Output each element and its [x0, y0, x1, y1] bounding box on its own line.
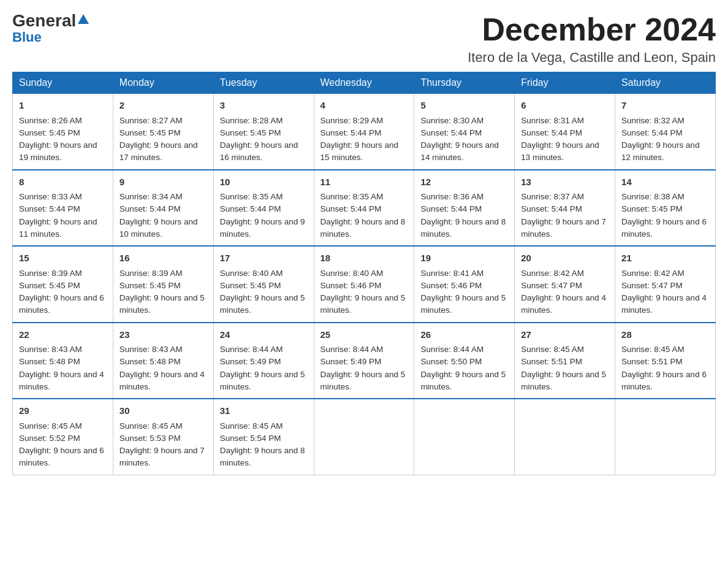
sunset-text: Sunset: 5:48 PM [19, 357, 80, 366]
sunrise-text: Sunrise: 8:43 AM [119, 345, 183, 354]
sunset-text: Sunset: 5:47 PM [521, 281, 582, 290]
day-cell-22: 22 Sunrise: 8:43 AM Sunset: 5:48 PM Dayl… [13, 323, 113, 399]
day-cell-9: 9 Sunrise: 8:34 AM Sunset: 5:44 PM Dayli… [113, 170, 213, 247]
logo-blue: Blue [12, 29, 42, 45]
day-number: 5 [420, 99, 508, 113]
sunset-text: Sunset: 5:44 PM [320, 204, 382, 213]
col-saturday: Saturday [615, 72, 716, 94]
daylight-text: Daylight: 9 hours and 6 minutes. [19, 293, 104, 315]
daylight-text: Daylight: 9 hours and 4 minutes. [521, 293, 606, 315]
day-number: 10 [220, 175, 308, 190]
day-number: 1 [19, 99, 107, 113]
empty-cell-w4-d3 [314, 399, 414, 475]
page-header: General Blue December 2024 Itero de la V… [12, 12, 716, 66]
day-number: 16 [119, 251, 207, 266]
sunrise-text: Sunrise: 8:27 AM [119, 116, 183, 125]
sunrise-text: Sunrise: 8:37 AM [521, 192, 584, 201]
day-number: 24 [220, 328, 308, 342]
sunset-text: Sunset: 5:44 PM [621, 128, 683, 137]
sunset-text: Sunset: 5:48 PM [119, 357, 181, 366]
sunrise-text: Sunrise: 8:41 AM [420, 269, 483, 278]
day-number: 27 [521, 328, 609, 342]
logo: General Blue [12, 12, 89, 45]
daylight-text: Daylight: 9 hours and 6 minutes. [19, 446, 104, 467]
day-cell-5: 5 Sunrise: 8:30 AM Sunset: 5:44 PM Dayli… [414, 94, 515, 170]
daylight-text: Daylight: 9 hours and 6 minutes. [621, 217, 707, 239]
daylight-text: Daylight: 9 hours and 6 minutes. [621, 370, 707, 391]
calendar-header-row: Sunday Monday Tuesday Wednesday Thursday… [13, 72, 716, 94]
day-cell-20: 20 Sunrise: 8:42 AM Sunset: 5:47 PM Dayl… [515, 246, 615, 323]
sunset-text: Sunset: 5:50 PM [420, 357, 482, 366]
day-cell-3: 3 Sunrise: 8:28 AM Sunset: 5:45 PM Dayli… [213, 94, 314, 170]
sunrise-text: Sunrise: 8:44 AM [320, 345, 384, 354]
sunset-text: Sunset: 5:44 PM [420, 128, 482, 137]
week-row-3: 15 Sunrise: 8:39 AM Sunset: 5:45 PM Dayl… [13, 246, 716, 323]
daylight-text: Daylight: 9 hours and 19 minutes. [19, 140, 97, 162]
sunset-text: Sunset: 5:44 PM [521, 204, 582, 213]
sunset-text: Sunset: 5:45 PM [19, 128, 80, 137]
day-number: 23 [119, 328, 207, 342]
day-number: 29 [19, 404, 107, 418]
day-number: 9 [119, 175, 207, 190]
sunset-text: Sunset: 5:44 PM [19, 204, 80, 213]
day-cell-8: 8 Sunrise: 8:33 AM Sunset: 5:44 PM Dayli… [13, 170, 113, 247]
day-cell-29: 29 Sunrise: 8:45 AM Sunset: 5:52 PM Dayl… [13, 399, 113, 475]
daylight-text: Daylight: 9 hours and 9 minutes. [220, 217, 305, 239]
day-cell-21: 21 Sunrise: 8:42 AM Sunset: 5:47 PM Dayl… [615, 246, 716, 323]
sunset-text: Sunset: 5:49 PM [320, 357, 382, 366]
week-row-1: 1 Sunrise: 8:26 AM Sunset: 5:45 PM Dayli… [13, 94, 716, 170]
daylight-text: Daylight: 9 hours and 11 minutes. [19, 217, 97, 239]
day-cell-18: 18 Sunrise: 8:40 AM Sunset: 5:46 PM Dayl… [314, 246, 414, 323]
day-cell-19: 19 Sunrise: 8:41 AM Sunset: 5:46 PM Dayl… [414, 246, 515, 323]
sunrise-text: Sunrise: 8:45 AM [119, 421, 183, 431]
sunset-text: Sunset: 5:45 PM [220, 128, 281, 137]
day-cell-13: 13 Sunrise: 8:37 AM Sunset: 5:44 PM Dayl… [515, 170, 615, 247]
daylight-text: Daylight: 9 hours and 4 minutes. [621, 293, 707, 315]
sunrise-text: Sunrise: 8:43 AM [19, 345, 82, 354]
week-row-5: 29 Sunrise: 8:45 AM Sunset: 5:52 PM Dayl… [13, 399, 716, 475]
sunset-text: Sunset: 5:44 PM [119, 204, 181, 213]
sunset-text: Sunset: 5:44 PM [320, 128, 382, 137]
day-cell-23: 23 Sunrise: 8:43 AM Sunset: 5:48 PM Dayl… [113, 323, 213, 399]
day-cell-12: 12 Sunrise: 8:36 AM Sunset: 5:44 PM Dayl… [414, 170, 515, 247]
sunrise-text: Sunrise: 8:34 AM [119, 192, 183, 201]
calendar-table: Sunday Monday Tuesday Wednesday Thursday… [12, 72, 716, 475]
sunrise-text: Sunrise: 8:28 AM [220, 116, 283, 125]
sunset-text: Sunset: 5:53 PM [119, 434, 181, 443]
sunset-text: Sunset: 5:49 PM [220, 357, 281, 366]
day-number: 20 [521, 251, 609, 266]
day-number: 18 [320, 251, 408, 266]
daylight-text: Daylight: 9 hours and 5 minutes. [119, 293, 205, 315]
sunset-text: Sunset: 5:45 PM [19, 281, 80, 290]
col-thursday: Thursday [414, 72, 515, 94]
sunrise-text: Sunrise: 8:45 AM [19, 421, 82, 431]
day-cell-4: 4 Sunrise: 8:29 AM Sunset: 5:44 PM Dayli… [314, 94, 414, 170]
day-cell-24: 24 Sunrise: 8:44 AM Sunset: 5:49 PM Dayl… [213, 323, 314, 399]
day-number: 22 [19, 328, 107, 342]
sunrise-text: Sunrise: 8:39 AM [19, 269, 82, 278]
daylight-text: Daylight: 9 hours and 10 minutes. [119, 217, 198, 239]
daylight-text: Daylight: 9 hours and 17 minutes. [119, 140, 198, 162]
daylight-text: Daylight: 9 hours and 5 minutes. [320, 370, 406, 391]
col-monday: Monday [113, 72, 213, 94]
day-cell-26: 26 Sunrise: 8:44 AM Sunset: 5:50 PM Dayl… [414, 323, 515, 399]
col-sunday: Sunday [13, 72, 113, 94]
daylight-text: Daylight: 9 hours and 5 minutes. [521, 370, 606, 391]
empty-cell-w4-d6 [615, 399, 716, 475]
sunrise-text: Sunrise: 8:29 AM [320, 116, 384, 125]
sunrise-text: Sunrise: 8:45 AM [220, 421, 283, 431]
logo-triangle-icon [78, 14, 89, 24]
daylight-text: Daylight: 9 hours and 15 minutes. [320, 140, 399, 162]
sunrise-text: Sunrise: 8:44 AM [220, 345, 283, 354]
day-number: 12 [420, 175, 508, 190]
day-number: 6 [521, 99, 609, 113]
day-cell-17: 17 Sunrise: 8:40 AM Sunset: 5:45 PM Dayl… [213, 246, 314, 323]
sunrise-text: Sunrise: 8:38 AM [621, 192, 684, 201]
day-cell-16: 16 Sunrise: 8:39 AM Sunset: 5:45 PM Dayl… [113, 246, 213, 323]
location-title: Itero de la Vega, Castille and Leon, Spa… [468, 50, 716, 66]
sunrise-text: Sunrise: 8:40 AM [320, 269, 384, 278]
sunrise-text: Sunrise: 8:26 AM [19, 116, 82, 125]
logo-general: General [12, 12, 89, 29]
day-cell-11: 11 Sunrise: 8:35 AM Sunset: 5:44 PM Dayl… [314, 170, 414, 247]
sunset-text: Sunset: 5:54 PM [220, 434, 281, 443]
